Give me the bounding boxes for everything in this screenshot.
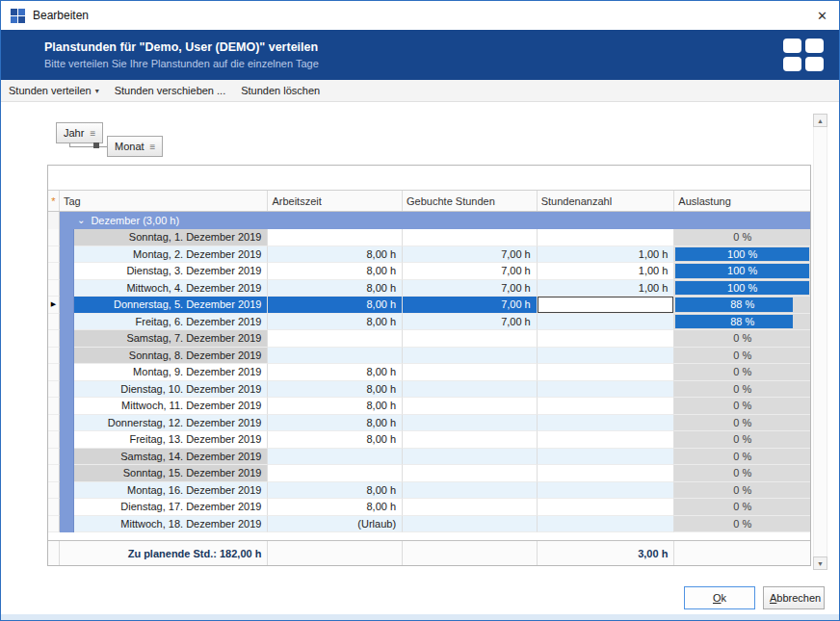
cell-tag[interactable]: Donnerstag, 5. Dezember 2019 [74,297,268,314]
table-row[interactable]: Montag, 2. Dezember 2019 8,00 h 7,00 h 1… [48,246,810,264]
cell-stunden[interactable] [538,499,675,516]
cell-stunden[interactable] [538,431,675,449]
cell-auslastung[interactable]: 100 % [674,246,810,264]
cell-tag[interactable]: Dienstag, 17. Dezember 2019 [74,499,268,516]
cell-arbeitszeit[interactable]: 8,00 h [268,297,403,314]
cell-gebucht[interactable] [403,381,538,399]
cell-gebucht[interactable] [403,482,538,500]
cell-arbeitszeit[interactable]: 8,00 h [268,381,403,399]
group-chip-jahr[interactable]: Jahr ≡ [56,122,103,143]
cell-stunden[interactable] [538,415,675,432]
table-row[interactable]: ▶ Donnerstag, 5. Dezember 2019 8,00 h 7,… [48,297,810,314]
column-header-stundenanzahl[interactable]: Stundenanzahl [538,191,675,211]
cell-arbeitszeit[interactable]: 8,00 h [268,482,403,500]
cell-stunden[interactable] [538,482,675,500]
cell-arbeitszeit[interactable]: 8,00 h [268,263,403,280]
table-row[interactable]: Mittwoch, 11. Dezember 2019 8,00 h 0 % [48,398,810,415]
cell-auslastung[interactable]: 0 % [674,330,810,348]
toolbar-stunden-verteilen[interactable]: Stunden verteilen ▾ [9,85,99,96]
scrollbar-track[interactable] [813,127,827,556]
table-row[interactable]: Samstag, 7. Dezember 2019 0 % [48,330,810,348]
cell-arbeitszeit[interactable]: (Urlaub) [268,516,403,533]
cell-tag[interactable]: Sonntag, 8. Dezember 2019 [74,348,268,365]
table-row[interactable]: Dienstag, 17. Dezember 2019 8,00 h 0 % [48,499,810,516]
cell-arbeitszeit[interactable] [268,229,403,246]
cell-gebucht[interactable] [403,465,538,482]
cell-arbeitszeit[interactable]: 8,00 h [268,415,403,432]
table-row[interactable]: Dienstag, 10. Dezember 2019 8,00 h 0 % [48,381,810,399]
cell-arbeitszeit[interactable] [268,348,403,365]
cell-stunden[interactable] [538,330,675,348]
cell-stunden[interactable] [538,398,675,415]
cell-gebucht[interactable] [403,229,538,246]
table-row[interactable]: Donnerstag, 12. Dezember 2019 8,00 h 0 % [48,415,810,432]
cell-auslastung[interactable]: 0 % [674,431,810,449]
collapse-icon[interactable]: ⌄ [77,216,85,225]
cell-auslastung[interactable]: 0 % [674,482,810,500]
cell-tag[interactable]: Mittwoch, 11. Dezember 2019 [74,398,268,415]
cell-auslastung[interactable]: 88 % [674,297,810,314]
cell-stunden[interactable] [538,348,675,365]
cell-auslastung[interactable]: 100 % [674,263,810,280]
table-row[interactable]: Dienstag, 3. Dezember 2019 8,00 h 7,00 h… [48,263,810,280]
table-row[interactable]: Mittwoch, 18. Dezember 2019 (Urlaub) 0 % [48,516,810,533]
cell-auslastung[interactable]: 100 % [674,280,810,298]
close-icon[interactable]: ✕ [817,10,827,22]
toolbar-stunden-loeschen[interactable]: Stunden löschen [241,85,320,96]
cell-arbeitszeit[interactable] [268,449,403,466]
cell-gebucht[interactable]: 7,00 h [403,263,538,280]
column-header-arbeitszeit[interactable]: Arbeitszeit [268,191,403,211]
cell-tag[interactable]: Sonntag, 15. Dezember 2019 [74,465,268,482]
cell-arbeitszeit[interactable] [268,465,403,482]
table-row[interactable]: Samstag, 14. Dezember 2019 0 % [48,449,810,466]
cell-gebucht[interactable] [403,516,538,533]
cell-arbeitszeit[interactable]: 8,00 h [268,499,403,516]
cell-tag[interactable]: Samstag, 7. Dezember 2019 [74,330,268,348]
table-row[interactable]: Mittwoch, 4. Dezember 2019 8,00 h 7,00 h… [48,280,810,298]
cell-tag[interactable]: Montag, 2. Dezember 2019 [74,246,268,264]
ok-button[interactable]: Ok [684,586,755,609]
cell-tag[interactable]: Montag, 16. Dezember 2019 [74,482,268,500]
scroll-up-button[interactable]: ▲ [813,114,827,127]
cell-tag[interactable]: Dienstag, 3. Dezember 2019 [74,263,268,280]
cell-arbeitszeit[interactable]: 8,00 h [268,246,403,264]
cell-arbeitszeit[interactable]: 8,00 h [268,398,403,415]
table-row[interactable]: Sonntag, 15. Dezember 2019 0 % [48,465,810,482]
table-row[interactable]: Sonntag, 1. Dezember 2019 0 % [48,229,810,246]
table-row[interactable]: Montag, 16. Dezember 2019 8,00 h 0 % [48,482,810,500]
cell-gebucht[interactable]: 7,00 h [403,280,538,298]
cell-arbeitszeit[interactable]: 8,00 h [268,431,403,449]
cell-stunden[interactable] [538,381,675,399]
cell-auslastung[interactable]: 0 % [674,398,810,415]
group-row-dezember[interactable]: ⌄ Dezember (3,00 h) [48,212,810,229]
column-header-auslastung[interactable]: Auslastung [674,191,810,211]
cell-auslastung[interactable]: 0 % [674,499,810,516]
cell-stunden[interactable] [538,297,675,314]
cell-tag[interactable]: Freitag, 13. Dezember 2019 [74,431,268,449]
cell-stunden[interactable]: 1,00 h [538,280,675,298]
cell-gebucht[interactable]: 7,00 h [403,314,538,331]
cancel-button[interactable]: Abbrechen [763,586,825,609]
cell-tag[interactable]: Sonntag, 1. Dezember 2019 [74,229,268,246]
cell-tag[interactable]: Donnerstag, 12. Dezember 2019 [74,415,268,432]
cell-tag[interactable]: Dienstag, 10. Dezember 2019 [74,381,268,399]
toolbar-stunden-verschieben[interactable]: Stunden verschieben ... [115,85,226,96]
cell-gebucht[interactable] [403,364,538,381]
cell-stunden[interactable] [538,314,675,331]
table-row[interactable]: Freitag, 6. Dezember 2019 8,00 h 7,00 h … [48,314,810,331]
cell-auslastung[interactable]: 0 % [674,348,810,365]
cell-auslastung[interactable]: 0 % [674,465,810,482]
cell-auslastung[interactable]: 0 % [674,364,810,381]
cell-auslastung[interactable]: 0 % [674,449,810,466]
table-row[interactable]: Freitag, 13. Dezember 2019 8,00 h 0 % [48,431,810,449]
cell-stunden[interactable]: 1,00 h [538,263,675,280]
cell-gebucht[interactable] [403,398,538,415]
cell-auslastung[interactable]: 0 % [674,415,810,432]
cell-gebucht[interactable] [403,431,538,449]
cell-stunden[interactable] [538,229,675,246]
cell-gebucht[interactable] [403,415,538,432]
cell-tag[interactable]: Freitag, 6. Dezember 2019 [74,314,268,331]
cell-tag[interactable]: Mittwoch, 4. Dezember 2019 [74,280,268,298]
cell-arbeitszeit[interactable] [268,330,403,348]
scroll-down-button[interactable]: ▼ [813,556,827,570]
